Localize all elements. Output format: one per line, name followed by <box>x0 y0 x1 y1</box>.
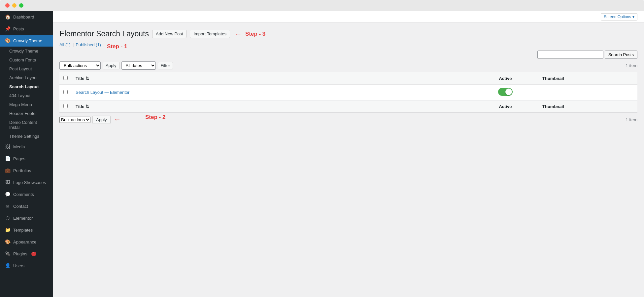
templates-icon: 📁 <box>5 227 11 233</box>
logo-showcases-icon: 🖼 <box>5 179 11 185</box>
window-close-dot[interactable] <box>5 3 10 8</box>
sidebar-item-pages[interactable]: 📄 Pages <box>0 153 53 165</box>
step3-arrow: ← <box>235 30 242 38</box>
sidebar-item-label: Appearance <box>13 240 36 244</box>
pages-icon: 📄 <box>5 156 11 162</box>
step2-label: Step - 2 <box>145 114 165 121</box>
sidebar-subitem-theme-settings[interactable]: Theme Settings <box>0 132 53 141</box>
sidebar-item-media[interactable]: 🖼 Media <box>0 141 53 153</box>
sidebar-subitem-archive-layout[interactable]: Archive Layout <box>0 73 53 82</box>
sidebar-subitem-post-layout[interactable]: Post Layout <box>0 64 53 73</box>
toggle-track[interactable] <box>498 88 513 96</box>
search-area: Search Posts <box>59 51 637 59</box>
page-header: Elementor Search Layouts Add New Post Im… <box>59 29 637 38</box>
sidebar-item-logo-showcases[interactable]: 🖼 Logo Showcases <box>0 176 53 188</box>
sidebar-item-label: Media <box>13 144 25 149</box>
posts-table: Title ⇅ Active Thumbnail Search <box>59 72 637 113</box>
select-all-checkbox[interactable] <box>63 76 68 80</box>
portfolios-icon: 💼 <box>5 167 11 173</box>
sidebar-item-label: Pages <box>13 156 25 161</box>
apply-button[interactable]: Apply <box>103 62 119 69</box>
media-icon: 🖼 <box>5 144 11 150</box>
filter-all[interactable]: All (1) <box>59 42 71 47</box>
active-toggle[interactable] <box>498 88 513 96</box>
sidebar-subitem-404-layout[interactable]: 404 Layout <box>0 91 53 100</box>
posts-icon: 📌 <box>5 26 11 32</box>
step2-arrow: ← <box>114 115 121 124</box>
sidebar: 🏠 Dashboard 📌 Posts 🎨 Crowdy Theme Crowd… <box>0 11 53 297</box>
sidebar-item-label: Portfolios <box>13 168 31 173</box>
filter-published[interactable]: Published (1) <box>76 42 101 47</box>
contact-icon: ✉ <box>5 203 11 209</box>
col-active-footer: Active <box>472 100 538 113</box>
sidebar-item-plugins[interactable]: 🔌 Plugins 1 <box>0 248 53 260</box>
step3-label: Step - 3 <box>245 31 265 37</box>
col-thumbnail-footer: Thumbnail <box>538 100 637 113</box>
page-title: Elementor Search Layouts <box>59 29 149 38</box>
plugins-badge: 1 <box>31 252 37 256</box>
window-chrome <box>0 0 644 11</box>
filter-button[interactable]: Filter <box>158 62 173 69</box>
row-checkbox-cell <box>59 85 72 100</box>
crowdy-theme-icon: 🎨 <box>5 38 11 44</box>
table-row: Search Layout — Elementor <box>59 85 637 100</box>
sidebar-item-label: Contact <box>13 204 28 209</box>
step1-label: Step - 1 <box>107 43 127 50</box>
col-thumbnail-header: Thumbnail <box>538 72 637 85</box>
screen-options-label: Screen Options <box>604 15 631 19</box>
screen-options-button[interactable]: Screen Options ▾ <box>601 13 637 20</box>
col-title-footer[interactable]: Title ⇅ <box>72 100 472 113</box>
bottom-toolbar: Bulk actions Apply ← Step - 2 1 item <box>59 115 637 124</box>
sidebar-item-label: Comments <box>13 192 34 197</box>
col-active-header: Active <box>472 72 538 85</box>
toggle-thumb <box>505 89 512 95</box>
sidebar-item-users[interactable]: 👤 Users <box>0 260 53 272</box>
elementor-icon: ⬡ <box>5 215 11 221</box>
dashboard-icon: 🏠 <box>5 14 11 20</box>
search-input[interactable] <box>537 51 603 59</box>
row-title-cell: Search Layout — Elementor <box>72 85 472 100</box>
comments-icon: 💬 <box>5 191 11 197</box>
sidebar-item-label: Users <box>13 263 24 268</box>
sidebar-subitem-custom-fonts[interactable]: Custom Fonts <box>0 56 53 64</box>
add-new-post-button[interactable]: Add New Post <box>152 30 186 38</box>
sidebar-item-posts[interactable]: 📌 Posts <box>0 23 53 35</box>
filter-row: All (1) | Published (1) Step - 1 <box>59 42 637 51</box>
apply-button-bottom[interactable]: Apply <box>92 116 111 124</box>
top-toolbar: Bulk actions Apply All dates Filter 1 it… <box>59 61 637 70</box>
content-area: Elementor Search Layouts Add New Post Im… <box>53 23 644 297</box>
sidebar-subitem-header-footer[interactable]: Header Footer <box>0 109 53 118</box>
sidebar-item-label: Crowdy Theme <box>13 38 42 43</box>
table-header-row: Title ⇅ Active Thumbnail <box>59 72 637 85</box>
sidebar-subitem-search-layout[interactable]: Search Layout <box>0 82 53 91</box>
sidebar-item-portfolios[interactable]: 💼 Portfolios <box>0 165 53 176</box>
select-all-checkbox-footer[interactable] <box>63 104 68 108</box>
sidebar-item-contact[interactable]: ✉ Contact <box>0 200 53 212</box>
search-posts-button[interactable]: Search Posts <box>605 51 637 59</box>
window-maximize-dot[interactable] <box>19 3 23 8</box>
window-minimize-dot[interactable] <box>12 3 17 8</box>
table-footer-row: Title ⇅ Active Thumbnail <box>59 100 637 113</box>
bulk-actions-select[interactable]: Bulk actions <box>59 61 101 70</box>
bulk-actions-select-bottom[interactable]: Bulk actions <box>59 117 90 123</box>
sidebar-item-dashboard[interactable]: 🏠 Dashboard <box>0 11 53 23</box>
col-title-header[interactable]: Title ⇅ <box>72 72 472 85</box>
sidebar-item-label: Elementor <box>13 216 33 221</box>
row-title-link[interactable]: Search Layout — Elementor <box>76 90 129 95</box>
sidebar-subitem-mega-menu[interactable]: Mega Menu <box>0 100 53 109</box>
col-check-header <box>59 72 72 85</box>
sidebar-item-appearance[interactable]: 🎨 Appearance <box>0 236 53 248</box>
screen-options-arrow: ▾ <box>632 15 634 19</box>
sidebar-subitem-crowdy-theme[interactable]: Crowdy Theme <box>0 47 53 56</box>
import-templates-button[interactable]: Import Templates <box>190 30 230 38</box>
sidebar-item-label: Posts <box>13 26 24 31</box>
sidebar-subitem-demo-content[interactable]: Demo Content Install <box>0 118 53 132</box>
sidebar-item-crowdy-theme[interactable]: 🎨 Crowdy Theme <box>0 35 53 47</box>
main-area: Screen Options ▾ Elementor Search Layout… <box>53 11 644 297</box>
sidebar-item-templates[interactable]: 📁 Templates <box>0 224 53 236</box>
plugins-icon: 🔌 <box>5 251 11 257</box>
sidebar-item-comments[interactable]: 💬 Comments <box>0 188 53 200</box>
all-dates-select[interactable]: All dates <box>121 61 156 70</box>
row-checkbox[interactable] <box>63 90 68 94</box>
sidebar-item-elementor[interactable]: ⬡ Elementor <box>0 212 53 224</box>
